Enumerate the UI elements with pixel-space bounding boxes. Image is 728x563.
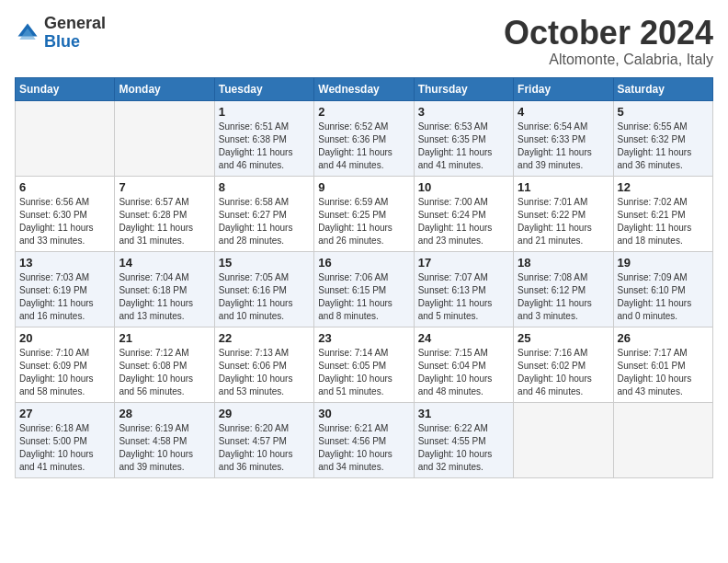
day-number: 15 xyxy=(219,256,310,270)
sunrise-text: Sunrise: 7:16 AM xyxy=(518,348,587,358)
day-number: 1 xyxy=(219,105,310,119)
calendar-header: SundayMondayTuesdayWednesdayThursdayFrid… xyxy=(16,77,713,100)
sunset-text: Sunset: 6:18 PM xyxy=(119,285,187,295)
calendar-cell: 28 Sunrise: 6:19 AM Sunset: 4:58 PM Dayl… xyxy=(115,402,214,477)
sunrise-text: Sunrise: 7:08 AM xyxy=(518,272,587,282)
weekday-header-thursday: Thursday xyxy=(414,77,513,100)
day-info: Sunrise: 6:20 AM Sunset: 4:57 PM Dayligh… xyxy=(219,422,310,474)
sunrise-text: Sunrise: 6:20 AM xyxy=(219,423,289,433)
calendar-week-row: 27 Sunrise: 6:18 AM Sunset: 5:00 PM Dayl… xyxy=(16,402,713,477)
day-info: Sunrise: 7:17 AM Sunset: 6:01 PM Dayligh… xyxy=(618,347,709,398)
day-info: Sunrise: 7:07 AM Sunset: 6:13 PM Dayligh… xyxy=(418,271,509,323)
calendar-cell: 3 Sunrise: 6:53 AM Sunset: 6:35 PM Dayli… xyxy=(414,100,513,176)
sunset-text: Sunset: 6:02 PM xyxy=(518,361,586,371)
calendar-cell: 17 Sunrise: 7:07 AM Sunset: 6:13 PM Dayl… xyxy=(414,251,513,327)
day-info: Sunrise: 7:03 AM Sunset: 6:19 PM Dayligh… xyxy=(19,271,110,323)
sunrise-text: Sunrise: 7:13 AM xyxy=(219,348,289,358)
logo: General Blue xyxy=(15,15,106,52)
sunrise-text: Sunrise: 7:04 AM xyxy=(119,272,188,282)
day-info: Sunrise: 7:16 AM Sunset: 6:02 PM Dayligh… xyxy=(518,347,609,398)
logo-icon xyxy=(15,20,40,46)
calendar-cell: 8 Sunrise: 6:58 AM Sunset: 6:27 PM Dayli… xyxy=(214,176,313,251)
calendar-cell: 24 Sunrise: 7:15 AM Sunset: 6:04 PM Dayl… xyxy=(414,327,513,402)
calendar-cell: 13 Sunrise: 7:03 AM Sunset: 6:19 PM Dayl… xyxy=(16,251,115,327)
title-block: October 2024 Altomonte, Calabria, Italy xyxy=(504,15,713,68)
calendar-subtitle: Altomonte, Calabria, Italy xyxy=(504,52,713,68)
sunset-text: Sunset: 6:12 PM xyxy=(518,285,586,295)
daylight-text: Daylight: 10 hours and 36 minutes. xyxy=(219,449,293,472)
sunset-text: Sunset: 6:28 PM xyxy=(119,210,187,220)
daylight-text: Daylight: 10 hours and 34 minutes. xyxy=(318,449,392,472)
calendar-week-row: 20 Sunrise: 7:10 AM Sunset: 6:09 PM Dayl… xyxy=(16,327,713,402)
calendar-cell: 31 Sunrise: 6:22 AM Sunset: 4:55 PM Dayl… xyxy=(414,402,513,477)
sunset-text: Sunset: 6:04 PM xyxy=(418,361,486,371)
calendar-cell: 19 Sunrise: 7:09 AM Sunset: 6:10 PM Dayl… xyxy=(613,251,712,327)
daylight-text: Daylight: 10 hours and 48 minutes. xyxy=(418,373,493,396)
day-number: 7 xyxy=(119,180,210,194)
weekday-header-tuesday: Tuesday xyxy=(214,77,313,100)
calendar-week-row: 1 Sunrise: 6:51 AM Sunset: 6:38 PM Dayli… xyxy=(16,100,713,176)
daylight-text: Daylight: 11 hours and 16 minutes. xyxy=(19,298,94,321)
day-info: Sunrise: 6:21 AM Sunset: 4:56 PM Dayligh… xyxy=(318,422,409,474)
day-number: 13 xyxy=(19,256,110,270)
day-info: Sunrise: 7:12 AM Sunset: 6:08 PM Dayligh… xyxy=(119,347,210,398)
calendar-cell: 22 Sunrise: 7:13 AM Sunset: 6:06 PM Dayl… xyxy=(214,327,313,402)
sunset-text: Sunset: 5:00 PM xyxy=(19,436,87,446)
calendar-body: 1 Sunrise: 6:51 AM Sunset: 6:38 PM Dayli… xyxy=(16,100,713,477)
day-number: 28 xyxy=(119,407,210,420)
sunset-text: Sunset: 6:38 PM xyxy=(219,134,287,144)
sunrise-text: Sunrise: 7:09 AM xyxy=(618,272,688,282)
sunrise-text: Sunrise: 6:57 AM xyxy=(119,197,188,207)
calendar-week-row: 6 Sunrise: 6:56 AM Sunset: 6:30 PM Dayli… xyxy=(16,176,713,251)
daylight-text: Daylight: 11 hours and 8 minutes. xyxy=(318,298,392,321)
weekday-header-sunday: Sunday xyxy=(16,77,115,100)
day-number: 14 xyxy=(119,256,210,270)
day-info: Sunrise: 7:06 AM Sunset: 6:15 PM Dayligh… xyxy=(318,271,409,323)
day-number: 9 xyxy=(318,180,409,194)
weekday-header-wednesday: Wednesday xyxy=(314,77,414,100)
day-info: Sunrise: 6:53 AM Sunset: 6:35 PM Dayligh… xyxy=(418,121,509,172)
sunset-text: Sunset: 4:57 PM xyxy=(219,436,287,446)
day-info: Sunrise: 6:22 AM Sunset: 4:55 PM Dayligh… xyxy=(418,422,509,474)
logo-general-text: General xyxy=(44,14,106,32)
daylight-text: Daylight: 10 hours and 53 minutes. xyxy=(219,373,293,396)
day-number: 21 xyxy=(119,331,210,345)
calendar-cell xyxy=(514,402,613,477)
calendar-cell: 15 Sunrise: 7:05 AM Sunset: 6:16 PM Dayl… xyxy=(214,251,313,327)
calendar-cell: 25 Sunrise: 7:16 AM Sunset: 6:02 PM Dayl… xyxy=(514,327,613,402)
sunset-text: Sunset: 6:16 PM xyxy=(219,285,287,295)
sunset-text: Sunset: 6:08 PM xyxy=(119,361,187,371)
sunset-text: Sunset: 6:30 PM xyxy=(19,210,87,220)
calendar-cell: 23 Sunrise: 7:14 AM Sunset: 6:05 PM Dayl… xyxy=(314,327,414,402)
day-number: 24 xyxy=(418,331,509,345)
daylight-text: Daylight: 11 hours and 18 minutes. xyxy=(618,223,692,246)
sunset-text: Sunset: 6:10 PM xyxy=(618,285,686,295)
day-info: Sunrise: 6:19 AM Sunset: 4:58 PM Dayligh… xyxy=(119,422,210,474)
day-info: Sunrise: 6:55 AM Sunset: 6:32 PM Dayligh… xyxy=(618,121,709,172)
sunset-text: Sunset: 6:06 PM xyxy=(219,361,287,371)
day-info: Sunrise: 7:09 AM Sunset: 6:10 PM Dayligh… xyxy=(618,271,709,323)
calendar-cell: 7 Sunrise: 6:57 AM Sunset: 6:28 PM Dayli… xyxy=(115,176,214,251)
calendar-cell: 27 Sunrise: 6:18 AM Sunset: 5:00 PM Dayl… xyxy=(16,402,115,477)
calendar-cell: 12 Sunrise: 7:02 AM Sunset: 6:21 PM Dayl… xyxy=(613,176,712,251)
sunrise-text: Sunrise: 6:59 AM xyxy=(318,197,388,207)
sunset-text: Sunset: 6:21 PM xyxy=(618,210,686,220)
sunset-text: Sunset: 6:19 PM xyxy=(19,285,87,295)
daylight-text: Daylight: 11 hours and 36 minutes. xyxy=(618,147,692,170)
sunrise-text: Sunrise: 7:03 AM xyxy=(19,272,89,282)
day-number: 19 xyxy=(618,256,709,270)
day-number: 10 xyxy=(418,180,509,194)
day-info: Sunrise: 6:59 AM Sunset: 6:25 PM Dayligh… xyxy=(318,196,409,247)
weekday-header-row: SundayMondayTuesdayWednesdayThursdayFrid… xyxy=(16,77,713,100)
daylight-text: Daylight: 10 hours and 46 minutes. xyxy=(518,373,592,396)
sunrise-text: Sunrise: 7:07 AM xyxy=(418,272,488,282)
daylight-text: Daylight: 11 hours and 44 minutes. xyxy=(318,147,392,170)
calendar-cell: 30 Sunrise: 6:21 AM Sunset: 4:56 PM Dayl… xyxy=(314,402,414,477)
calendar-title: October 2024 xyxy=(504,15,713,52)
sunset-text: Sunset: 6:35 PM xyxy=(418,134,486,144)
day-number: 4 xyxy=(518,105,609,119)
sunrise-text: Sunrise: 6:19 AM xyxy=(119,423,188,433)
daylight-text: Daylight: 10 hours and 32 minutes. xyxy=(418,449,493,472)
daylight-text: Daylight: 11 hours and 0 minutes. xyxy=(618,298,692,321)
sunrise-text: Sunrise: 7:02 AM xyxy=(618,197,688,207)
